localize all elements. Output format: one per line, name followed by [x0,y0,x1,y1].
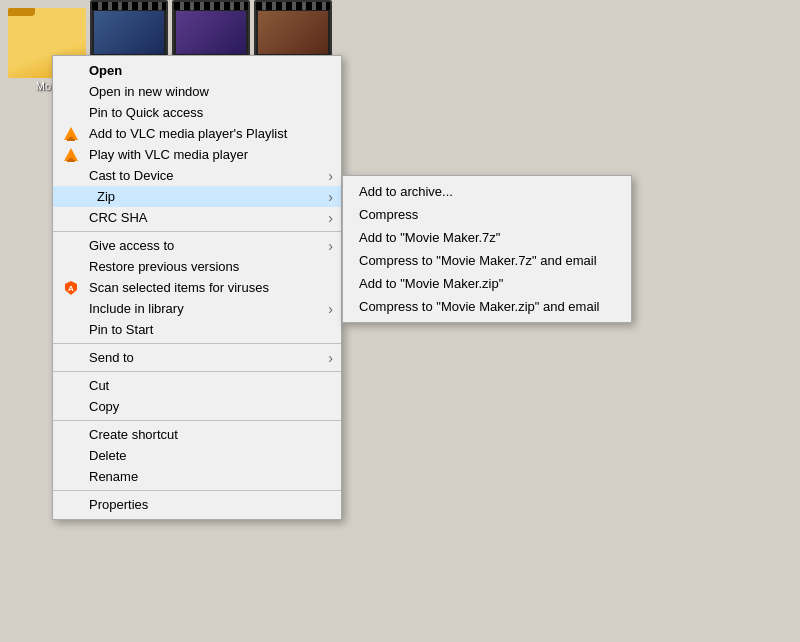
submenu-item-add-7z[interactable]: Add to "Movie Maker.7z" [343,226,631,249]
context-menu: Open Open in new window Pin to Quick acc… [52,55,342,520]
separator-1 [53,231,341,232]
submenu-item-add-zip[interactable]: Add to "Movie Maker.zip" [343,272,631,295]
menu-item-send-to[interactable]: Send to [53,347,341,368]
separator-5 [53,490,341,491]
menu-item-pin-quick-access[interactable]: Pin to Quick access [53,102,341,123]
menu-item-properties[interactable]: Properties [53,494,341,515]
menu-item-cut[interactable]: Cut [53,375,341,396]
svg-text:A: A [68,284,74,293]
submenu-item-compress[interactable]: Compress [343,203,631,226]
avast-icon: A [61,278,81,298]
menu-item-include-library[interactable]: Include in library [53,298,341,319]
menu-item-add-vlc-playlist[interactable]: Add to VLC media player's Playlist [53,123,341,144]
menu-item-pin-start[interactable]: Pin to Start [53,319,341,340]
menu-item-open[interactable]: Open [53,60,341,81]
menu-item-zip[interactable]: Zip [53,186,341,207]
separator-3 [53,371,341,372]
menu-item-rename[interactable]: Rename [53,466,341,487]
separator-4 [53,420,341,421]
submenu-item-compress-7z-email[interactable]: Compress to "Movie Maker.7z" and email [343,249,631,272]
menu-item-play-vlc[interactable]: Play with VLC media player [53,144,341,165]
desktop: Mo... Open Open in new window Pin to Qui… [0,0,800,642]
menu-item-delete[interactable]: Delete [53,445,341,466]
submenu-item-add-archive[interactable]: Add to archive... [343,180,631,203]
zip-submenu: Add to archive... Compress Add to "Movie… [342,175,632,323]
menu-item-give-access[interactable]: Give access to [53,235,341,256]
menu-item-crc-sha[interactable]: CRC SHA [53,207,341,228]
menu-item-cast-device[interactable]: Cast to Device [53,165,341,186]
menu-item-create-shortcut[interactable]: Create shortcut [53,424,341,445]
menu-item-restore-versions[interactable]: Restore previous versions [53,256,341,277]
menu-item-open-new-window[interactable]: Open in new window [53,81,341,102]
menu-item-scan-viruses[interactable]: A Scan selected items for viruses [53,277,341,298]
vlc-icon-2 [61,145,81,165]
submenu-item-compress-zip-email[interactable]: Compress to "Movie Maker.zip" and email [343,295,631,318]
vlc-icon-1 [61,124,81,144]
separator-2 [53,343,341,344]
menu-item-copy[interactable]: Copy [53,396,341,417]
